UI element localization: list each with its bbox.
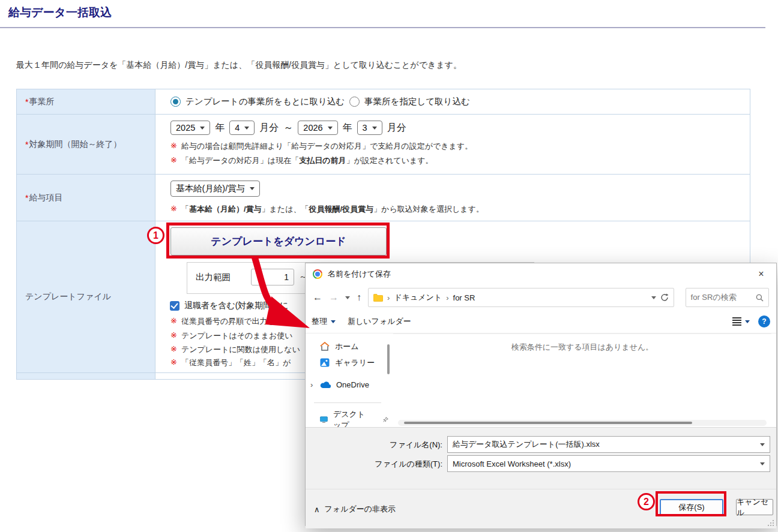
highlight-box-download <box>166 223 390 259</box>
radio-option-specify-label: 事業所を指定して取り込む <box>364 96 470 107</box>
horizontal-scrollbar-thumb[interactable] <box>404 422 692 424</box>
view-list-icon <box>732 317 741 326</box>
breadcrumb-current-folder[interactable]: for SR <box>453 293 475 302</box>
start-month-value: 4 <box>235 123 240 133</box>
start-year-value: 2025 <box>176 123 195 133</box>
field-label-salary-item: * 給与項目 <box>17 175 155 221</box>
template-note-4: ※ 「従業員番号」「姓」「名」が <box>170 357 291 368</box>
file-type-select[interactable]: Microsoft Excel Worksheet (*.xlsx) <box>447 455 770 472</box>
sidebar-item-onedrive-label: OneDrive <box>336 380 369 389</box>
page-title: 給与データ一括取込 <box>8 5 112 20</box>
sidebar-item-onedrive[interactable]: › OneDrive <box>306 377 388 393</box>
include-retirees-checkbox[interactable]: 退職者を含む(対象期間内に <box>170 300 289 311</box>
cancel-button[interactable]: キャンセル <box>736 499 773 515</box>
template-note-1: ※ 従業員番号の昇順で出力されま <box>170 316 291 327</box>
end-year-select[interactable]: 2026 <box>298 121 337 135</box>
period-note-2-text: 「給与データの対応月」は現在「支払日の前月」が設定されています。 <box>181 155 433 166</box>
back-icon[interactable]: ← <box>313 293 322 302</box>
pin-icon[interactable] <box>383 416 388 423</box>
address-bar[interactable]: › ドキュメント › for SR <box>368 288 674 307</box>
month-unit-text: 月分 <box>387 122 406 134</box>
sidebar-item-desktop[interactable]: デスクトップ <box>306 411 388 428</box>
onedrive-icon <box>320 381 331 389</box>
sidebar-item-home[interactable]: ホーム <box>306 338 388 354</box>
organize-label: 整理 <box>312 316 327 327</box>
search-icon <box>756 294 764 302</box>
field-label-template-file: テンプレートファイル <box>17 221 155 373</box>
start-month-select[interactable]: 4 <box>229 121 255 135</box>
include-retirees-label: 退職者を含む(対象期間内に <box>184 300 289 311</box>
chevron-down-icon <box>372 127 377 130</box>
chevron-down-icon <box>745 320 750 323</box>
year-unit-text: 年 <box>215 122 225 134</box>
step-2-badge: 2 <box>638 493 655 510</box>
sidebar-item-gallery[interactable]: ギャラリー <box>306 354 388 371</box>
recent-locations-icon[interactable] <box>345 296 350 299</box>
forward-icon[interactable]: → <box>329 293 339 302</box>
dialog-sidebar: ホーム ギャラリー › OneDrive <box>306 333 388 427</box>
close-icon[interactable]: × <box>753 269 769 279</box>
radio-option-template-office[interactable]: テンプレートの事業所をもとに取り込む <box>170 96 345 107</box>
empty-folder-message: 検索条件に一致する項目はありません。 <box>388 342 776 353</box>
field-label-period: * 対象期間（開始～終了） <box>17 115 155 175</box>
end-month-select[interactable]: 3 <box>357 121 382 135</box>
start-year-select[interactable]: 2025 <box>170 121 210 135</box>
template-note-2: ※ テンプレートはそのままお使い <box>170 330 293 341</box>
search-input[interactable]: for SRの検索 <box>686 288 769 307</box>
new-folder-label: 新しいフォルダー <box>348 316 411 327</box>
file-type-value: Microsoft Excel Worksheet (*.xlsx) <box>453 459 571 468</box>
chevron-down-icon <box>331 320 336 323</box>
required-mark: * <box>25 140 28 149</box>
field-label-period-text: 対象期間（開始～終了） <box>29 139 121 150</box>
hide-folders-button[interactable]: ∧ フォルダーの非表示 <box>314 504 396 515</box>
dialog-filename-panel: ファイル名(N): 給与データ取込テンプレート(一括版).xlsx ファイルの種… <box>306 427 776 489</box>
table-stub-row <box>17 373 155 379</box>
chevron-up-icon: ∧ <box>314 505 320 514</box>
template-note-4-text: 「従業員番号」「姓」「名」が <box>181 357 291 368</box>
note-mark: ※ <box>170 344 177 353</box>
organize-button[interactable]: 整理 <box>312 316 336 327</box>
note-mark: ※ <box>170 141 177 150</box>
template-note-3-text: テンプレートに関数は使用しない <box>181 344 300 355</box>
intro-text: 最大１年間の給与データを「基本給（月給）/賞与」または、「役員報酬/役員賞与」と… <box>16 60 462 71</box>
expand-chevron-icon[interactable]: › <box>310 380 313 389</box>
address-dropdown-icon[interactable] <box>651 296 656 299</box>
checkbox-icon <box>170 301 179 311</box>
new-folder-button[interactable]: 新しいフォルダー <box>348 316 411 327</box>
dialog-title-bar: 名前を付けて保存 × <box>306 263 776 285</box>
note-mark: ※ <box>170 330 177 339</box>
resize-grip[interactable] <box>767 519 774 527</box>
radio-icon <box>349 97 360 107</box>
help-icon[interactable]: ? <box>758 315 770 327</box>
radio-option-template-label: テンプレートの事業所をもとに取り込む <box>185 96 345 107</box>
radio-selected-icon <box>170 97 181 107</box>
file-type-label: ファイルの種類(T): <box>306 459 442 470</box>
up-icon[interactable]: ↑ <box>357 293 361 302</box>
end-year-value: 2026 <box>303 123 322 133</box>
hide-folders-label: フォルダーの非表示 <box>325 504 396 515</box>
chevron-down-icon <box>244 127 249 130</box>
refresh-icon[interactable] <box>660 293 669 302</box>
salary-item-note-text: 「基本給（月給）/賞与」または、「役員報酬/役員賞与」から取込対象を選択します。 <box>181 204 484 215</box>
highlight-box-save <box>656 491 726 516</box>
field-label-office: * 事業所 <box>17 89 155 115</box>
required-mark: * <box>25 97 28 107</box>
output-range-from-input[interactable]: 1 <box>251 269 294 285</box>
list-header-line <box>393 333 771 334</box>
desktop-icon <box>320 416 328 424</box>
note-mark: ※ <box>170 204 177 213</box>
dialog-title: 名前を付けて保存 <box>328 269 391 279</box>
file-name-input[interactable]: 給与データ取込テンプレート(一括版).xlsx <box>447 436 770 453</box>
search-text: for SRの検索 <box>691 292 737 303</box>
breadcrumb-separator: › <box>387 293 390 302</box>
horizontal-scrollbar[interactable] <box>398 420 767 426</box>
chevron-down-icon <box>760 443 765 446</box>
required-mark: * <box>25 193 28 203</box>
radio-option-specify-office[interactable]: 事業所を指定して取り込む <box>349 96 470 107</box>
view-options-button[interactable] <box>732 317 750 326</box>
salary-item-select[interactable]: 基本給(月給)/賞与 <box>170 181 260 197</box>
period-note-1: ※ 給与の場合は顧問先詳細より「給与データの対応月」で支給月の設定ができます。 <box>170 141 750 152</box>
breadcrumb-documents[interactable]: ドキュメント <box>394 292 442 303</box>
note-mark: ※ <box>170 155 177 164</box>
title-divider <box>0 27 765 28</box>
